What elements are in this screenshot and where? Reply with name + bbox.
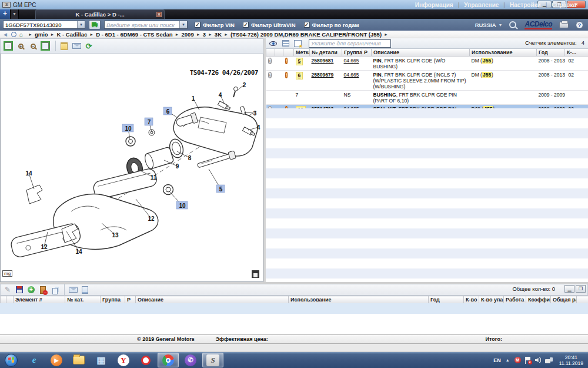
taskbar-viber[interactable]: ✆	[180, 353, 201, 367]
item-label-link[interactable]: 6	[296, 72, 303, 79]
hidden-icons-arrow[interactable]: ▲	[506, 358, 510, 362]
taskbar-gm-epc[interactable]: S	[202, 353, 223, 367]
clipboard-remove-icon[interactable]	[38, 285, 48, 294]
parts-column-header[interactable]: Использование	[470, 49, 537, 57]
select-region-icon[interactable]	[3, 41, 14, 51]
callout-3[interactable]: 3	[253, 110, 257, 117]
grid-view-icon[interactable]	[293, 39, 303, 48]
detail-column-header[interactable]	[1, 296, 6, 304]
expand-icon[interactable]: +	[268, 72, 272, 78]
callout-14[interactable]: 14	[75, 248, 82, 255]
taskbar-file-explorer[interactable]	[68, 353, 89, 367]
callout-1[interactable]: 1	[192, 95, 195, 102]
filter-1[interactable]: ✓ Фильтр UltraVIN	[243, 22, 296, 28]
edit-icon[interactable]: ✎	[2, 285, 13, 294]
group-link[interactable]: 04.665	[344, 58, 359, 64]
parts-column-header[interactable]	[275, 49, 283, 57]
print-icon[interactable]	[559, 22, 569, 28]
callout-14[interactable]: 14	[25, 170, 32, 177]
start-button[interactable]	[0, 354, 24, 367]
callout-2[interactable]: 2	[243, 82, 246, 88]
search-input[interactable]	[105, 21, 179, 28]
mail-icon[interactable]	[71, 41, 82, 51]
new-tab-button[interactable]: +	[0, 9, 11, 19]
parts-column-header[interactable]: № детали	[310, 49, 342, 57]
copy-icon[interactable]	[49, 285, 60, 294]
report-icon[interactable]	[79, 285, 90, 294]
parts-column-header[interactable]: К-...	[565, 49, 588, 57]
detail-empty-row[interactable]	[0, 303, 588, 314]
menu-item-1[interactable]: Управление	[459, 2, 503, 8]
breadcrumb-item-0[interactable]: gmio	[35, 31, 48, 38]
action-center-flag-icon[interactable]: ✕	[525, 357, 531, 364]
fit-page-icon[interactable]	[40, 41, 51, 51]
region-label[interactable]: RUSSIA	[475, 22, 496, 28]
detail-column-header[interactable]: Использование	[289, 296, 429, 304]
notes-icon[interactable]	[59, 41, 69, 51]
checkbox-icon[interactable]: ✓	[243, 22, 249, 28]
breadcrumb-item-6[interactable]: (TS04-726) 2009 DM,DR69 BRAKE CALIPER/FR…	[230, 31, 382, 38]
taskbar-internet-explorer[interactable]: e	[24, 353, 45, 367]
checkbox-icon[interactable]: ✓	[304, 22, 310, 28]
menu-item-0[interactable]: Информация	[410, 2, 458, 8]
refresh-icon[interactable]: ⟳	[83, 41, 94, 51]
vin-dropdown-icon[interactable]: ▼	[77, 21, 85, 28]
detail-column-header[interactable]: Общая ра...	[551, 296, 577, 304]
panel-minimize-button[interactable]: ▁	[564, 285, 574, 293]
taskbar-chrome[interactable]	[158, 353, 179, 367]
help-icon[interactable]: ?	[576, 21, 583, 29]
language-indicator[interactable]: EN	[493, 357, 501, 363]
breadcrumb-item-3[interactable]: 2009	[182, 31, 194, 38]
callout-12[interactable]: 12	[41, 244, 48, 250]
callout-4[interactable]: 4	[219, 92, 222, 98]
tab-close-icon[interactable]: ✕	[156, 12, 162, 17]
network-icon[interactable]	[545, 357, 553, 363]
detail-column-header[interactable]: К-во	[464, 296, 479, 304]
detail-column-header[interactable]: Работа	[504, 296, 526, 304]
warning-icon[interactable]: !	[285, 72, 288, 78]
show-image-icon[interactable]	[268, 39, 278, 48]
home-icon[interactable]: ⌂	[19, 31, 23, 38]
save-icon[interactable]	[14, 285, 25, 294]
save-drawing-icon[interactable]	[252, 270, 259, 278]
item-label-link[interactable]: 5	[296, 58, 303, 65]
callout-4[interactable]: 4	[257, 124, 260, 131]
detail-column-header[interactable]: P	[125, 296, 136, 304]
detail-column-header[interactable]: Год	[429, 296, 464, 304]
parts-column-header[interactable]: Группа	[342, 49, 362, 57]
tab-list-dropdown[interactable]: ▼	[11, 9, 19, 19]
parts-column-header[interactable]: Метка	[294, 49, 310, 57]
parts-column-header[interactable]: P	[362, 49, 372, 57]
parts-column-header[interactable]	[266, 49, 275, 57]
panel-restore-button[interactable]: ❐	[576, 285, 586, 293]
callout-7[interactable]: 7	[148, 119, 151, 125]
detail-column-header[interactable]	[577, 296, 588, 304]
search-icon[interactable]	[509, 21, 516, 28]
breadcrumb-item-5[interactable]: 3K	[215, 31, 222, 38]
callout-5[interactable]: 5	[219, 186, 223, 193]
taskbar-media-player[interactable]: ▶	[46, 353, 67, 367]
vehicle-button[interactable]: ⛟	[89, 20, 101, 29]
detail-column-header[interactable]: Коэффици...	[526, 296, 551, 304]
back-icon[interactable]: ◄	[2, 31, 8, 38]
taskbar-opera[interactable]	[135, 353, 156, 367]
parts-row-1[interactable]: + ! 6 25809679 04.665 PIN, FRT BRK CLPR …	[266, 71, 588, 91]
callout-9[interactable]: 9	[176, 163, 179, 170]
part-number-link[interactable]: 25809681	[312, 58, 334, 64]
send-mail-icon[interactable]	[68, 285, 78, 294]
clock[interactable]: 20:41 11.11.2019	[559, 354, 583, 366]
add-item-icon[interactable]: +	[26, 285, 36, 294]
zoom-in-icon[interactable]: +	[15, 41, 26, 51]
part-number-link[interactable]: 25809679	[312, 72, 334, 78]
detail-column-header[interactable]: Группа	[101, 296, 125, 304]
volume-icon[interactable]	[535, 357, 541, 363]
parts-row-0[interactable]: + ! 5 25809681 04.665 PIN, FRT BRK CLPR …	[266, 57, 588, 71]
callout-13[interactable]: 13	[112, 232, 119, 238]
parts-column-header[interactable]: Описание	[372, 49, 470, 57]
breadcrumb-item-4[interactable]: 3	[203, 31, 206, 38]
detail-column-header[interactable]: Элемент #	[14, 296, 65, 304]
taskbar-yandex-browser[interactable]: Y	[113, 353, 134, 367]
breadcrumb-item-1[interactable]: K - Cadillac	[57, 31, 88, 38]
callout-10[interactable]: 10	[125, 125, 132, 132]
vin-input[interactable]	[4, 21, 77, 28]
